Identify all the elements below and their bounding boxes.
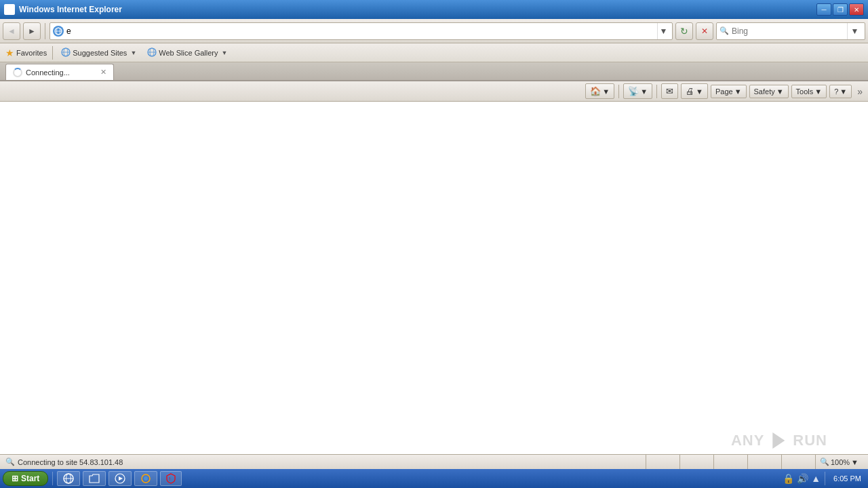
taskbar-media-button[interactable]	[108, 471, 132, 486]
toolbar: 🏠 ▼ 📡 ▼ ✉ 🖨 ▼ Page ▼ Safety ▼ Tools ▼ ?	[0, 81, 868, 102]
feeds-dropdown: ▼	[640, 87, 648, 96]
home-icon: 🏠	[590, 86, 601, 96]
zoom-dropdown: ▼	[851, 458, 859, 466]
suggested-sites-item[interactable]: Suggested Sites ▼	[58, 46, 139, 60]
svg-text:!: !	[169, 476, 170, 482]
taskbar-expand-icon[interactable]: ▲	[811, 473, 821, 484]
search-input[interactable]	[732, 26, 847, 36]
safety-button[interactable]: Safety ▼	[749, 85, 789, 98]
nav-bar: ◄ ► ▼ ↻ ✕ 🔍 ▼	[0, 19, 868, 43]
taskbar-media-icon	[115, 473, 125, 484]
forward-button[interactable]: ►	[23, 22, 41, 40]
close-button[interactable]: ✕	[849, 3, 864, 16]
active-tab[interactable]: Connecting... ✕	[5, 64, 114, 80]
search-icon: 🔍	[719, 26, 729, 35]
safety-dropdown: ▼	[776, 87, 784, 96]
watermark-any-text: ANY	[731, 432, 764, 449]
restore-button[interactable]: ❐	[833, 3, 848, 16]
taskbar-ie-button[interactable]	[57, 471, 80, 486]
address-dropdown[interactable]: ▼	[657, 23, 669, 39]
zoom-icon: 🔍	[820, 458, 829, 466]
page-button[interactable]: Page ▼	[711, 85, 747, 98]
window-controls: ─ ❐ ✕	[816, 3, 864, 16]
search-go-button[interactable]: ▼	[847, 23, 862, 39]
stop-button[interactable]: ✕	[696, 22, 713, 40]
svg-marker-18	[119, 476, 123, 481]
taskbar-antivirus-button[interactable]: !	[160, 471, 182, 486]
taskbar-right: 🔒 🔊 ▲ 6:05 PM	[783, 472, 865, 485]
taskbar-network-icon: 🔒	[783, 473, 794, 484]
taskbar-speaker-icon: 🔊	[797, 473, 808, 484]
watermark-run-text: RUN	[793, 432, 827, 449]
web-slice-dropdown-icon: ▼	[222, 49, 228, 56]
toolbar-expand-button[interactable]: »	[857, 86, 863, 97]
home-button[interactable]: 🏠 ▼	[585, 83, 614, 99]
status-icon: 🔍	[5, 458, 15, 466]
minimize-button[interactable]: ─	[816, 3, 831, 16]
status-section-2	[679, 455, 713, 470]
status-message: Connecting to site 54.83.101.48	[18, 458, 123, 466]
suggested-sites-icon	[61, 47, 71, 58]
title-text: Windows Internet Explorer	[19, 5, 812, 14]
windows-icon: ⊞	[12, 474, 18, 483]
fav-separator	[52, 46, 53, 60]
address-input[interactable]	[66, 26, 657, 36]
taskbar: ⊞ Start ! 🔒 🔊 ▲	[0, 469, 868, 488]
ie-title-icon	[4, 4, 15, 15]
favorites-bar: ★ Favorites Suggested Sites ▼	[0, 43, 868, 62]
taskbar-firefox-button[interactable]	[134, 471, 157, 486]
title-bar: Windows Internet Explorer ─ ❐ ✕	[0, 0, 868, 19]
home-dropdown: ▼	[602, 87, 610, 96]
tab-label: Connecting...	[26, 68, 70, 77]
taskbar-antivirus-icon: !	[166, 473, 176, 484]
tab-spinner	[13, 68, 22, 77]
taskbar-folder-icon	[89, 474, 100, 483]
web-slice-icon	[147, 47, 157, 58]
favorites-button[interactable]: ★ Favorites	[5, 47, 47, 58]
tab-close-button[interactable]: ✕	[100, 68, 106, 77]
system-clock: 6:05 PM	[829, 474, 865, 483]
status-bar: 🔍 Connecting to site 54.83.101.48 🔍 100%…	[0, 454, 868, 469]
suggested-sites-dropdown-icon: ▼	[130, 49, 136, 56]
toolbar-sep-2	[656, 85, 657, 98]
taskbar-folder-button[interactable]	[83, 471, 106, 486]
search-bar[interactable]: 🔍 ▼	[716, 22, 865, 40]
print-icon: 🖨	[686, 86, 694, 96]
taskbar-ie-icon	[63, 473, 74, 484]
help-button[interactable]: ? ▼	[829, 85, 852, 98]
status-section-4	[747, 455, 781, 470]
safety-label: Safety	[754, 87, 775, 96]
page-label: Page	[715, 87, 733, 96]
mail-button[interactable]: ✉	[661, 83, 678, 99]
refresh-button[interactable]: ↻	[675, 22, 693, 40]
web-slice-gallery-label: Web Slice Gallery	[159, 49, 218, 57]
taskbar-clock-sep	[825, 472, 825, 485]
feeds-button[interactable]: 📡 ▼	[623, 83, 652, 99]
zoom-label: 100%	[831, 458, 850, 466]
tab-bar: Connecting... ✕	[0, 62, 868, 81]
status-sections: 🔍 100% ▼	[125, 455, 863, 470]
back-button[interactable]: ◄	[3, 22, 20, 40]
favorites-label: Favorites	[16, 49, 47, 57]
anyrun-watermark: ANY RUN	[731, 430, 827, 451]
toolbar-sep-1	[618, 85, 619, 98]
help-label: ?	[834, 87, 838, 96]
tools-dropdown: ▼	[814, 87, 822, 96]
tools-button[interactable]: Tools ▼	[791, 85, 827, 98]
print-button[interactable]: 🖨 ▼	[681, 83, 708, 99]
status-section-1	[646, 455, 679, 470]
address-bar[interactable]: ▼	[50, 22, 673, 40]
taskbar-firefox-icon	[140, 473, 151, 484]
svg-point-20	[144, 476, 148, 481]
status-section-3	[713, 455, 747, 470]
web-slice-gallery-item[interactable]: Web Slice Gallery ▼	[144, 46, 230, 60]
page-dropdown: ▼	[734, 87, 742, 96]
start-label: Start	[21, 474, 39, 483]
nav-separator	[45, 23, 45, 39]
address-ie-icon	[53, 26, 64, 37]
tools-label: Tools	[796, 87, 814, 96]
zoom-section[interactable]: 🔍 100% ▼	[815, 455, 863, 470]
taskbar-sep-1	[52, 472, 53, 485]
print-dropdown: ▼	[696, 87, 703, 96]
start-button[interactable]: ⊞ Start	[3, 471, 48, 486]
